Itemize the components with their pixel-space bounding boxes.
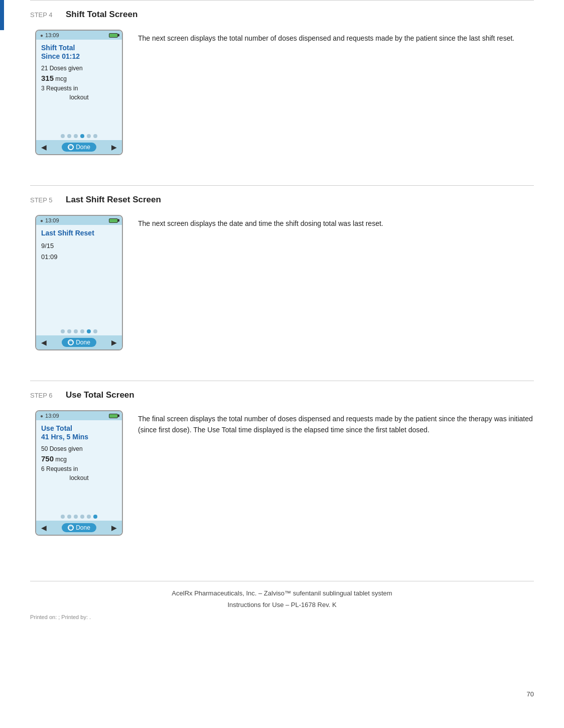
step5-section: STEP 5 Last Shift Reset Screen ● 13:09 L…	[30, 185, 534, 366]
step5-title: Last Shift Reset Screen	[66, 195, 161, 205]
step6-line1: 50 Doses given	[41, 444, 117, 453]
step5-device: ● 13:09 Last Shift Reset 9/1501:09	[35, 215, 123, 350]
step4-device-header: ● 13:09	[36, 31, 122, 40]
step6-number: STEP 6	[30, 392, 58, 399]
dot4-active	[80, 134, 84, 138]
step4-device: ● 13:09 Shift Total Since 01:12 21 Doses…	[35, 30, 123, 155]
step5-screen-title: Last Shift Reset	[41, 229, 117, 237]
step6-dots	[36, 511, 122, 521]
step5-device-header: ● 13:09	[36, 216, 122, 225]
s6-right-arrow[interactable]: ▶	[111, 524, 117, 532]
s6-dot6-active	[93, 515, 97, 519]
step6-screen-title: Use Total 41 Hrs, 5 Mins	[41, 424, 117, 441]
step4-screen-title: Shift Total Since 01:12	[41, 44, 117, 61]
step4-header: STEP 4 Shift Total Screen	[30, 10, 534, 20]
step4-section: STEP 4 Shift Total Screen ● 13:09 Shift …	[30, 0, 534, 170]
s5-done-circle-icon: ◯	[68, 339, 74, 345]
step6-title: Use Total Screen	[66, 390, 134, 400]
s6-left-arrow[interactable]: ◀	[41, 524, 47, 532]
s5-dot1	[61, 329, 65, 333]
step4-number: STEP 4	[30, 11, 58, 19]
step6-description: The final screen displays the total numb…	[138, 410, 534, 436]
step6-section: STEP 6 Use Total Screen ● 13:09 Use Tota…	[30, 381, 534, 551]
step4-description: The next screen displays the total numbe…	[138, 30, 534, 44]
dot1	[61, 134, 65, 138]
s5-left-arrow[interactable]: ◀	[41, 338, 47, 346]
dot3	[74, 134, 78, 138]
dot6	[93, 134, 97, 138]
left-arrow[interactable]: ◀	[41, 143, 47, 151]
s5-dot4	[80, 329, 84, 333]
step6-line2: 750 mcg	[41, 453, 117, 465]
step5-number: STEP 5	[30, 196, 58, 204]
step6-device-header: ● 13:09	[36, 411, 122, 420]
step5-description: The next screen displays the date and ti…	[138, 215, 534, 229]
step4-line4: lockout	[41, 93, 117, 102]
s6-dot3	[74, 515, 78, 519]
s5-done-button[interactable]: ◯ Done	[62, 338, 96, 347]
step4-content: ● 13:09 Shift Total Since 01:12 21 Doses…	[30, 30, 534, 155]
step6-device: ● 13:09 Use Total 41 Hrs, 5 Mins 50 Dose…	[35, 410, 123, 536]
dot5	[87, 134, 91, 138]
page-footer: AcelRx Pharmaceuticals, Inc. – Zalviso™ …	[30, 581, 534, 620]
clock-icon-5: ●	[40, 218, 43, 223]
clock-icon-6: ●	[40, 413, 43, 419]
step5-header: STEP 5 Last Shift Reset Screen	[30, 195, 534, 205]
footer-printed: Printed on: ; Printed by: .	[30, 614, 534, 620]
step4-line1: 21 Doses given	[41, 64, 117, 73]
step4-line2: 315 mcg	[41, 73, 117, 84]
step6-content: ● 13:09 Use Total 41 Hrs, 5 Mins 50 Dose…	[30, 410, 534, 536]
battery-icon-6	[109, 414, 118, 418]
step4-time-area: ● 13:09	[40, 32, 59, 38]
done-button[interactable]: ◯ Done	[62, 143, 96, 152]
battery-icon	[109, 33, 118, 38]
step5-content: ● 13:09 Last Shift Reset 9/1501:09	[30, 215, 534, 350]
s6-done-button[interactable]: ◯ Done	[62, 523, 96, 532]
step5-time: 13:09	[45, 217, 59, 223]
s6-dot2	[67, 515, 71, 519]
step4-dots	[36, 130, 122, 140]
dot2	[67, 134, 71, 138]
step6-device-footer: ◀ ◯ Done ▶	[36, 521, 122, 535]
done-circle-icon: ◯	[68, 144, 74, 150]
s6-done-circle-icon: ◯	[68, 525, 74, 531]
step4-title: Shift Total Screen	[66, 10, 137, 20]
s5-dot2	[67, 329, 71, 333]
step6-header: STEP 6 Use Total Screen	[30, 390, 534, 400]
step4-screen: Shift Total Since 01:12 21 Doses given 3…	[36, 40, 122, 130]
page-container: STEP 4 Shift Total Screen ● 13:09 Shift …	[0, 0, 564, 728]
footer-company-line1: AcelRx Pharmaceuticals, Inc. – Zalviso™ …	[30, 587, 534, 611]
right-arrow[interactable]: ▶	[111, 143, 117, 151]
s5-done-label: Done	[76, 339, 90, 346]
footer-page-number: 70	[527, 690, 534, 698]
step6-time-area: ● 13:09	[40, 413, 59, 419]
s6-dot5	[87, 515, 91, 519]
step4-time: 13:09	[45, 32, 59, 38]
s5-dot3	[74, 329, 78, 333]
step5-screen: Last Shift Reset 9/1501:09	[36, 225, 122, 325]
step6-time: 13:09	[45, 413, 59, 419]
step5-device-footer: ◀ ◯ Done ▶	[36, 335, 122, 349]
step4-device-footer: ◀ ◯ Done ▶	[36, 140, 122, 154]
step5-date: 9/1501:09	[41, 240, 117, 263]
step6-screen: Use Total 41 Hrs, 5 Mins 50 Doses given …	[36, 420, 122, 511]
s5-dot5-active	[87, 329, 91, 333]
s5-right-arrow[interactable]: ▶	[111, 338, 117, 346]
s5-dot6	[93, 329, 97, 333]
step6-line4: lockout	[41, 473, 117, 482]
step5-dots	[36, 325, 122, 335]
s6-dot1	[61, 515, 65, 519]
step5-time-area: ● 13:09	[40, 217, 59, 223]
step6-line3: 6 Requests in	[41, 464, 117, 473]
s6-done-label: Done	[76, 524, 90, 531]
battery-icon-5	[109, 218, 118, 223]
clock-icon: ●	[40, 33, 43, 38]
done-label: Done	[76, 144, 90, 151]
step4-line3: 3 Requests in	[41, 84, 117, 93]
s6-dot4	[80, 515, 84, 519]
